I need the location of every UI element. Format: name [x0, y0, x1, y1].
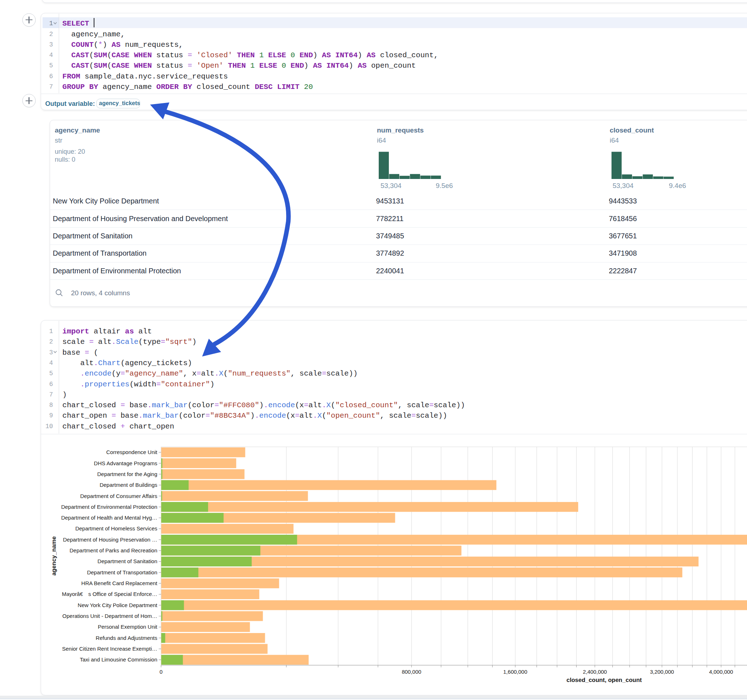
- svg-text:Department of Buildings: Department of Buildings: [100, 482, 157, 488]
- svg-text:Department of Homeless Service: Department of Homeless Services: [75, 525, 157, 531]
- svg-text:HRA Benefit Card Replacement: HRA Benefit Card Replacement: [81, 580, 157, 586]
- svg-text:Personal Exemption Unit: Personal Exemption Unit: [98, 624, 157, 630]
- svg-text:Senior Citizen Rent Increase E: Senior Citizen Rent Increase Exempti…: [62, 646, 157, 652]
- svg-text:3,200,000: 3,200,000: [650, 669, 674, 675]
- svg-text:agency_name: agency_name: [50, 536, 57, 575]
- svg-text:Correspondence Unit: Correspondence Unit: [106, 449, 157, 455]
- svg-text:2,400,000: 2,400,000: [583, 669, 607, 675]
- svg-text:Department of Health and Menta: Department of Health and Mental Hyg…: [61, 514, 157, 520]
- svg-text:1,600,000: 1,600,000: [503, 669, 527, 675]
- svg-text:0: 0: [159, 669, 162, 675]
- svg-text:Department of Environmental Pr: Department of Environmental Protection: [61, 504, 157, 510]
- svg-text:New York City Police Departmen: New York City Police Department: [77, 602, 157, 608]
- svg-text:Department of Parks and Recrea: Department of Parks and Recreation: [70, 547, 157, 554]
- svg-text:Operations Unit - Department o: Operations Unit - Department of Hom…: [62, 613, 157, 619]
- svg-text:DHS Advantage Programs: DHS Advantage Programs: [94, 460, 157, 466]
- svg-text:Department of Consumer Affairs: Department of Consumer Affairs: [80, 493, 157, 499]
- svg-text:Department of Housing Preserva: Department of Housing Preservation …: [63, 537, 157, 543]
- svg-text:Mayorâ€ s Office of Special En: Mayorâ€ s Office of Special Enforce…: [62, 591, 157, 597]
- svg-text:Taxi and Limousine Commission: Taxi and Limousine Commission: [80, 656, 157, 662]
- svg-text:Department for the Aging: Department for the Aging: [97, 471, 157, 477]
- svg-text:800,000: 800,000: [401, 669, 421, 675]
- svg-text:4,000,000: 4,000,000: [709, 669, 733, 675]
- svg-text:closed_count, open_count: closed_count, open_count: [566, 677, 642, 683]
- svg-text:Refunds and Adjustments: Refunds and Adjustments: [95, 635, 157, 641]
- svg-text:Department of Sanitation: Department of Sanitation: [97, 558, 157, 564]
- svg-text:Department of Transportation: Department of Transportation: [87, 569, 157, 575]
